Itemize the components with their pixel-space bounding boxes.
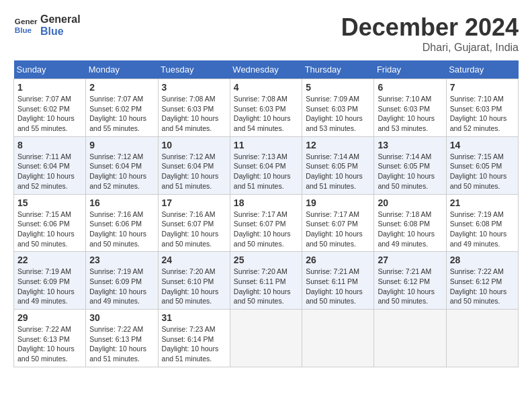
day-info: Sunrise: 7:08 AM Sunset: 6:03 PM Dayligh… [234,94,298,134]
day-number: 7 [450,82,515,93]
day-number: 29 [17,312,82,323]
title-block: December 2024 Dhari, Gujarat, India [341,13,519,54]
calendar-cell [230,310,302,367]
day-number: 1 [17,82,82,93]
calendar-cell: 26Sunrise: 7:21 AM Sunset: 6:11 PM Dayli… [302,252,374,310]
day-info: Sunrise: 7:17 AM Sunset: 6:07 PM Dayligh… [234,210,298,249]
day-info: Sunrise: 7:19 AM Sunset: 6:09 PM Dayligh… [17,267,82,306]
day-number: 10 [162,140,226,150]
day-info: Sunrise: 7:18 AM Sunset: 6:08 PM Dayligh… [378,210,442,249]
location: Dhari, Gujarat, India [341,42,519,54]
calendar-cell: 14Sunrise: 7:15 AM Sunset: 6:05 PM Dayli… [446,136,518,194]
calendar-week-row: 15Sunrise: 7:15 AM Sunset: 6:06 PM Dayli… [14,194,519,252]
logo-icon: General Blue [13,13,38,38]
calendar-cell: 19Sunrise: 7:17 AM Sunset: 6:07 PM Dayli… [302,194,374,252]
day-number: 23 [89,255,154,265]
weekday-header-tuesday: Tuesday [158,60,230,79]
day-info: Sunrise: 7:20 AM Sunset: 6:10 PM Dayligh… [162,267,226,306]
calendar-cell: 23Sunrise: 7:19 AM Sunset: 6:09 PM Dayli… [86,252,158,310]
day-number: 25 [234,255,298,265]
logo-general: General [40,13,81,26]
calendar-week-row: 29Sunrise: 7:22 AM Sunset: 6:13 PM Dayli… [14,310,519,367]
day-number: 8 [17,140,82,150]
day-info: Sunrise: 7:12 AM Sunset: 6:04 PM Dayligh… [89,152,154,191]
day-info: Sunrise: 7:11 AM Sunset: 6:04 PM Dayligh… [17,152,82,191]
calendar-cell [302,310,374,367]
calendar-cell: 12Sunrise: 7:14 AM Sunset: 6:05 PM Dayli… [302,136,374,194]
calendar-cell: 24Sunrise: 7:20 AM Sunset: 6:10 PM Dayli… [158,252,230,310]
day-info: Sunrise: 7:12 AM Sunset: 6:04 PM Dayligh… [162,152,226,191]
day-info: Sunrise: 7:09 AM Sunset: 6:03 PM Dayligh… [306,94,370,134]
day-number: 28 [450,255,515,265]
day-number: 12 [306,140,370,150]
day-number: 18 [234,197,298,208]
day-number: 9 [89,140,154,150]
day-number: 4 [234,82,298,93]
calendar-cell: 20Sunrise: 7:18 AM Sunset: 6:08 PM Dayli… [374,194,446,252]
month-title: December 2024 [341,13,519,42]
calendar-cell: 29Sunrise: 7:22 AM Sunset: 6:13 PM Dayli… [14,310,86,367]
day-info: Sunrise: 7:23 AM Sunset: 6:14 PM Dayligh… [162,324,226,364]
day-info: Sunrise: 7:14 AM Sunset: 6:05 PM Dayligh… [378,152,442,191]
svg-text:Blue: Blue [15,26,32,34]
logo-blue: Blue [40,26,81,38]
day-info: Sunrise: 7:13 AM Sunset: 6:04 PM Dayligh… [234,152,298,191]
calendar-cell: 25Sunrise: 7:20 AM Sunset: 6:11 PM Dayli… [230,252,302,310]
calendar-cell: 2Sunrise: 7:07 AM Sunset: 6:02 PM Daylig… [86,79,158,137]
calendar-cell: 16Sunrise: 7:16 AM Sunset: 6:06 PM Dayli… [86,194,158,252]
day-info: Sunrise: 7:07 AM Sunset: 6:02 PM Dayligh… [17,94,82,134]
weekday-header-wednesday: Wednesday [230,60,302,79]
day-info: Sunrise: 7:15 AM Sunset: 6:06 PM Dayligh… [17,210,82,249]
day-number: 2 [89,82,154,93]
day-info: Sunrise: 7:10 AM Sunset: 6:03 PM Dayligh… [450,94,515,134]
calendar-cell: 9Sunrise: 7:12 AM Sunset: 6:04 PM Daylig… [86,136,158,194]
day-info: Sunrise: 7:16 AM Sunset: 6:07 PM Dayligh… [162,210,226,249]
calendar-cell: 17Sunrise: 7:16 AM Sunset: 6:07 PM Dayli… [158,194,230,252]
day-info: Sunrise: 7:15 AM Sunset: 6:05 PM Dayligh… [450,152,515,191]
day-number: 31 [162,312,226,323]
calendar-cell: 5Sunrise: 7:09 AM Sunset: 6:03 PM Daylig… [302,79,374,137]
calendar-cell: 10Sunrise: 7:12 AM Sunset: 6:04 PM Dayli… [158,136,230,194]
day-number: 13 [378,140,442,150]
calendar-week-row: 1Sunrise: 7:07 AM Sunset: 6:02 PM Daylig… [14,79,519,137]
day-number: 22 [17,255,82,265]
calendar-cell: 31Sunrise: 7:23 AM Sunset: 6:14 PM Dayli… [158,310,230,367]
day-info: Sunrise: 7:19 AM Sunset: 6:08 PM Dayligh… [450,210,515,249]
calendar-cell: 28Sunrise: 7:22 AM Sunset: 6:12 PM Dayli… [446,252,518,310]
day-number: 15 [17,197,82,208]
day-info: Sunrise: 7:22 AM Sunset: 6:12 PM Dayligh… [450,267,515,306]
day-number: 16 [89,197,154,208]
calendar-cell: 15Sunrise: 7:15 AM Sunset: 6:06 PM Dayli… [14,194,86,252]
weekday-header-row: SundayMondayTuesdayWednesdayThursdayFrid… [14,60,519,79]
weekday-header-friday: Friday [374,60,446,79]
day-number: 14 [450,140,515,150]
calendar-cell: 22Sunrise: 7:19 AM Sunset: 6:09 PM Dayli… [14,252,86,310]
day-info: Sunrise: 7:21 AM Sunset: 6:12 PM Dayligh… [378,267,442,306]
calendar-cell: 8Sunrise: 7:11 AM Sunset: 6:04 PM Daylig… [14,136,86,194]
day-number: 26 [306,255,370,265]
svg-text:General: General [15,17,38,26]
day-number: 24 [162,255,226,265]
calendar-cell [446,310,518,367]
day-number: 30 [89,312,154,323]
day-info: Sunrise: 7:08 AM Sunset: 6:03 PM Dayligh… [162,94,226,134]
calendar-cell: 1Sunrise: 7:07 AM Sunset: 6:02 PM Daylig… [14,79,86,137]
day-info: Sunrise: 7:17 AM Sunset: 6:07 PM Dayligh… [306,210,370,249]
day-number: 21 [450,197,515,208]
calendar-cell: 13Sunrise: 7:14 AM Sunset: 6:05 PM Dayli… [374,136,446,194]
day-info: Sunrise: 7:22 AM Sunset: 6:13 PM Dayligh… [17,324,82,364]
day-number: 11 [234,140,298,150]
calendar-week-row: 8Sunrise: 7:11 AM Sunset: 6:04 PM Daylig… [14,136,519,194]
day-info: Sunrise: 7:20 AM Sunset: 6:11 PM Dayligh… [234,267,298,306]
calendar-cell: 4Sunrise: 7:08 AM Sunset: 6:03 PM Daylig… [230,79,302,137]
page-header: General Blue General Blue December 2024 … [13,13,519,54]
calendar-cell: 18Sunrise: 7:17 AM Sunset: 6:07 PM Dayli… [230,194,302,252]
logo: General Blue General Blue [13,13,81,38]
day-info: Sunrise: 7:21 AM Sunset: 6:11 PM Dayligh… [306,267,370,306]
day-info: Sunrise: 7:19 AM Sunset: 6:09 PM Dayligh… [89,267,154,306]
day-number: 19 [306,197,370,208]
calendar-cell: 30Sunrise: 7:22 AM Sunset: 6:13 PM Dayli… [86,310,158,367]
day-number: 6 [378,82,442,93]
day-info: Sunrise: 7:22 AM Sunset: 6:13 PM Dayligh… [89,324,154,364]
calendar-table: SundayMondayTuesdayWednesdayThursdayFrid… [13,60,519,367]
